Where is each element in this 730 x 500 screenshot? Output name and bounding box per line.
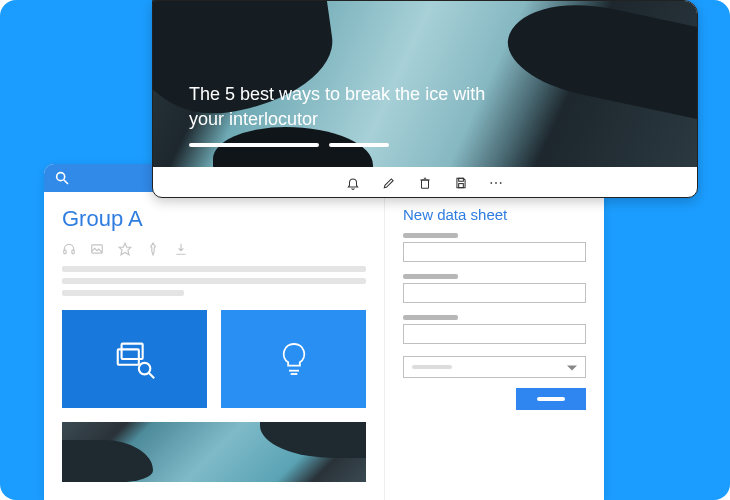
more-icon[interactable]: ⋯ [490,176,504,190]
slide-window: The 5 best ways to break the ice with yo… [152,0,698,198]
headphones-icon[interactable] [62,242,76,256]
field-label [403,315,458,320]
download-icon[interactable] [174,242,188,256]
field-label [403,233,458,238]
text-placeholder-line [62,278,366,284]
group-title: Group A [62,206,366,232]
slide-toolbar: ⋯ [153,167,697,198]
submit-button[interactable] [516,388,586,410]
bell-icon[interactable] [346,176,360,190]
card-idea[interactable] [221,310,366,408]
star-icon[interactable] [118,242,132,256]
svg-rect-14 [459,184,464,188]
svg-rect-13 [459,178,464,181]
search-icon[interactable] [54,170,70,186]
delete-icon[interactable] [418,176,432,190]
hero-title: The 5 best ways to break the ice with yo… [189,82,509,131]
text-field[interactable] [403,324,586,344]
card-photo[interactable] [62,422,366,482]
svg-line-9 [148,372,154,378]
card-layers[interactable] [62,310,207,408]
field-label [403,274,458,279]
svg-line-1 [64,180,68,184]
save-icon[interactable] [454,176,468,190]
pin-icon[interactable] [146,242,160,256]
image-icon[interactable] [90,242,104,256]
text-field[interactable] [403,242,586,262]
text-placeholder-line [62,290,184,296]
text-field[interactable] [403,283,586,303]
form-panel: New data sheet [384,192,604,500]
svg-rect-12 [422,180,429,188]
action-icon-row [62,242,366,256]
form-title: New data sheet [403,206,586,223]
edit-icon[interactable] [382,176,396,190]
main-panel: Group A [44,192,384,500]
svg-rect-2 [64,250,66,254]
group-window: Group A [44,164,604,500]
hero-subtext-bars [189,143,661,147]
stage: Group A [0,0,730,500]
svg-point-0 [57,173,65,181]
svg-marker-5 [119,243,131,255]
text-placeholder-line [62,266,366,272]
select-field[interactable] [403,356,586,378]
svg-rect-3 [72,250,74,254]
hero-image: The 5 best ways to break the ice with yo… [153,1,697,167]
